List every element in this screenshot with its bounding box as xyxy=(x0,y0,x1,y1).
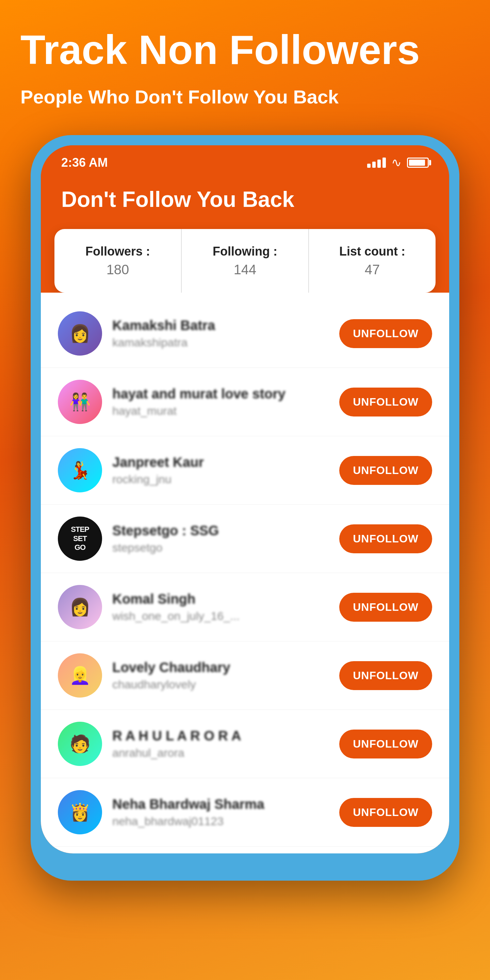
stat-label-0: Followers : xyxy=(65,244,171,259)
user-info: Lovely Chaudhary chaudharylovely xyxy=(112,660,329,691)
unfollow-button[interactable]: UNFOLLOW xyxy=(339,388,432,417)
avatar: 👩 xyxy=(58,585,102,629)
user-info: Neha Bhardwaj Sharma neha_bhardwaj01123 xyxy=(112,797,329,828)
user-list: 👩 Kamakshi Batra kamakshipatra UNFOLLOW … xyxy=(41,293,449,853)
status-bar: 2:36 AM ∿ xyxy=(41,145,449,177)
user-handle: neha_bhardwaj01123 xyxy=(112,815,329,828)
list-item: 👱‍♀️ Lovely Chaudhary chaudharylovely UN… xyxy=(41,641,449,710)
user-name: Janpreet Kaur xyxy=(112,455,329,470)
phone-inner: 2:36 AM ∿ Don't Follow You Back Follow xyxy=(41,145,449,853)
user-info: Janpreet Kaur rocking_jnu xyxy=(112,455,329,486)
stat-item-1: Following : 144 xyxy=(182,229,309,293)
avatar: 👩 xyxy=(58,311,102,356)
hero-title: Track Non Followers xyxy=(21,27,469,72)
stat-value-0: 180 xyxy=(65,262,171,277)
stat-item-2: List count : 47 xyxy=(309,229,436,293)
user-name: Neha Bhardwaj Sharma xyxy=(112,797,329,812)
avatar: 👫 xyxy=(58,380,102,424)
stat-item-0: Followers : 180 xyxy=(54,229,182,293)
list-item: 🧑 R A H U L A R O R A anrahul_arora UNFO… xyxy=(41,710,449,778)
user-handle: stepsetgo xyxy=(112,541,329,554)
avatar: 👸 xyxy=(58,790,102,834)
user-handle: wish_one_on_july_16_... xyxy=(112,609,329,623)
stats-bar: Followers : 180 Following : 144 List cou… xyxy=(54,229,436,293)
user-name: Kamakshi Batra xyxy=(112,318,329,333)
user-name: Stepsetgo : SSG xyxy=(112,523,329,538)
user-handle: rocking_jnu xyxy=(112,473,329,486)
unfollow-button[interactable]: UNFOLLOW xyxy=(339,456,432,485)
battery-icon xyxy=(407,158,429,168)
user-handle: kamakshipatra xyxy=(112,336,329,349)
stat-value-1: 144 xyxy=(192,262,298,277)
hero-subtitle: People Who Don't Follow You Back xyxy=(21,86,469,108)
stat-label-1: Following : xyxy=(192,244,298,259)
phone-frame: 2:36 AM ∿ Don't Follow You Back Follow xyxy=(30,135,460,881)
app-header-title: Don't Follow You Back xyxy=(61,187,429,212)
unfollow-button[interactable]: UNFOLLOW xyxy=(339,798,432,827)
stat-value-2: 47 xyxy=(319,262,425,277)
user-name: Lovely Chaudhary xyxy=(112,660,329,675)
status-icons: ∿ xyxy=(367,156,429,170)
list-item: 👫 hayat and murat love story hayat_murat… xyxy=(41,368,449,436)
status-time: 2:36 AM xyxy=(61,156,108,170)
list-item: 👩 Kamakshi Batra kamakshipatra UNFOLLOW xyxy=(41,299,449,368)
list-item: STEPSETGO Stepsetgo : SSG stepsetgo UNFO… xyxy=(41,504,449,573)
user-info: Kamakshi Batra kamakshipatra xyxy=(112,318,329,349)
list-item: 👩 Komal Singh wish_one_on_july_16_... UN… xyxy=(41,573,449,641)
app-header: Don't Follow You Back xyxy=(41,177,449,229)
avatar: 💃 xyxy=(58,448,102,492)
list-item: 💃 Janpreet Kaur rocking_jnu UNFOLLOW xyxy=(41,436,449,504)
stat-label-2: List count : xyxy=(319,244,425,259)
unfollow-button[interactable]: UNFOLLOW xyxy=(339,524,432,553)
user-info: Komal Singh wish_one_on_july_16_... xyxy=(112,592,329,623)
user-handle: chaudharylovely xyxy=(112,678,329,691)
unfollow-button[interactable]: UNFOLLOW xyxy=(339,661,432,690)
user-name: Komal Singh xyxy=(112,592,329,607)
user-info: R A H U L A R O R A anrahul_arora xyxy=(112,728,329,759)
user-info: Stepsetgo : SSG stepsetgo xyxy=(112,523,329,554)
avatar: 👱‍♀️ xyxy=(58,653,102,698)
signal-bars-icon xyxy=(367,158,386,168)
list-item: 👸 Neha Bhardwaj Sharma neha_bhardwaj0112… xyxy=(41,778,449,846)
user-handle: hayat_murat xyxy=(112,404,329,417)
unfollow-button[interactable]: UNFOLLOW xyxy=(339,730,432,759)
avatar: STEPSETGO xyxy=(58,517,102,561)
user-handle: anrahul_arora xyxy=(112,746,329,759)
unfollow-button[interactable]: UNFOLLOW xyxy=(339,593,432,622)
user-name: hayat and murat love story xyxy=(112,386,329,401)
avatar: 🧑 xyxy=(58,722,102,766)
user-info: hayat and murat love story hayat_murat xyxy=(112,386,329,417)
wifi-icon: ∿ xyxy=(391,156,401,170)
unfollow-button[interactable]: UNFOLLOW xyxy=(339,319,432,348)
user-name: R A H U L A R O R A xyxy=(112,728,329,743)
